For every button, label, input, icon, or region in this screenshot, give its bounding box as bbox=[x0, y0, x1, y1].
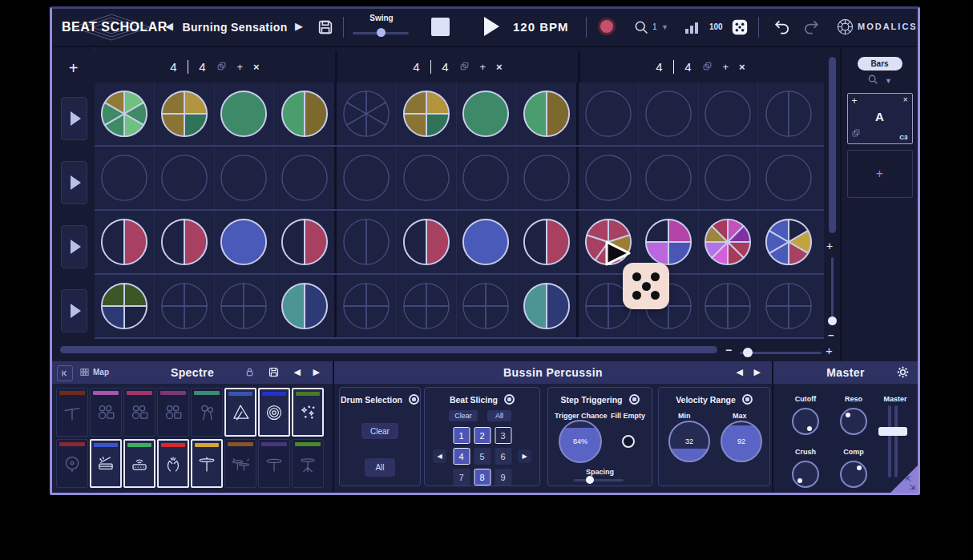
vzoom-in-button[interactable]: + bbox=[826, 240, 833, 252]
bars-magnifier-icon[interactable] bbox=[867, 74, 878, 88]
kit-name[interactable]: Spectre bbox=[171, 366, 214, 379]
beat-circle[interactable] bbox=[639, 83, 699, 145]
time-signature-denominator[interactable]: 4 bbox=[199, 60, 205, 74]
beat-circle[interactable] bbox=[337, 275, 397, 337]
randomizer-next-button[interactable]: ▶ bbox=[754, 367, 761, 377]
vertical-scrollbar[interactable] bbox=[829, 57, 836, 233]
beat-circle[interactable] bbox=[215, 147, 275, 209]
time-signature-denominator[interactable]: 4 bbox=[684, 60, 691, 74]
beat-circle[interactable] bbox=[274, 147, 334, 209]
beat-circle[interactable] bbox=[699, 147, 759, 209]
beat-circle[interactable] bbox=[639, 147, 699, 209]
drum-pad-drumkit[interactable] bbox=[90, 388, 122, 437]
beat-circle[interactable] bbox=[215, 83, 275, 145]
slice-count-4[interactable]: 4 bbox=[453, 448, 470, 465]
kit-next-button[interactable]: ▶ bbox=[313, 367, 320, 377]
cutoff-knob[interactable] bbox=[792, 408, 819, 435]
redo-icon[interactable] bbox=[802, 18, 822, 40]
slice-count-8[interactable]: 8 bbox=[474, 469, 491, 485]
bars-dropdown-icon[interactable]: ▼ bbox=[885, 77, 892, 85]
play-button[interactable] bbox=[484, 17, 499, 36]
vzoom-slider[interactable] bbox=[831, 257, 834, 321]
record-button[interactable] bbox=[598, 18, 616, 35]
drum-pad-maracas[interactable] bbox=[191, 388, 223, 437]
pattern-prev-button[interactable]: ◀ bbox=[165, 20, 173, 32]
settings-gear-icon[interactable] bbox=[896, 365, 910, 382]
add-measure-icon[interactable]: + bbox=[723, 62, 729, 72]
bar-copy-icon[interactable] bbox=[851, 127, 861, 141]
swing-slider-handle[interactable] bbox=[377, 28, 386, 37]
beat-slicing-all-button[interactable]: All bbox=[487, 410, 511, 421]
map-button[interactable]: Map bbox=[79, 367, 109, 377]
bar-delete-icon[interactable]: × bbox=[903, 95, 908, 104]
fill-empty-toggle[interactable] bbox=[622, 435, 635, 448]
step-triggering-toggle[interactable] bbox=[629, 394, 640, 405]
drum-pad-drumkit[interactable] bbox=[157, 388, 189, 437]
reso-knob[interactable] bbox=[840, 408, 867, 435]
beat-circle[interactable] bbox=[274, 211, 334, 273]
beat-circle[interactable] bbox=[457, 275, 517, 337]
slice-count-2[interactable]: 2 bbox=[474, 427, 491, 444]
hzoom-out-button[interactable]: − bbox=[725, 344, 732, 357]
randomizer-prev-button[interactable]: ◀ bbox=[737, 367, 743, 377]
slice-count-7[interactable]: 7 bbox=[453, 469, 470, 485]
drum-pad-pad[interactable] bbox=[123, 439, 155, 488]
add-measure-icon[interactable]: + bbox=[480, 62, 486, 72]
vzoom-out-button[interactable]: − bbox=[828, 329, 834, 341]
drum-pad-sparkles[interactable] bbox=[292, 388, 324, 437]
slice-page-next-button[interactable]: ▶ bbox=[518, 449, 531, 463]
beat-circle[interactable] bbox=[579, 147, 639, 209]
time-signature-denominator[interactable]: 4 bbox=[442, 60, 448, 74]
bars-tab[interactable]: Bars bbox=[858, 57, 902, 71]
lock-icon[interactable] bbox=[244, 366, 256, 381]
drum-pad-snare[interactable] bbox=[90, 439, 122, 488]
beat-circle[interactable] bbox=[95, 83, 155, 145]
beat-circle[interactable] bbox=[95, 147, 155, 209]
save-icon[interactable] bbox=[317, 18, 334, 39]
beat-circle[interactable] bbox=[457, 147, 517, 209]
beat-circle[interactable] bbox=[758, 211, 818, 273]
row-play-button[interactable] bbox=[61, 225, 87, 268]
velocity-range-toggle[interactable] bbox=[742, 394, 753, 405]
beat-circle[interactable] bbox=[397, 275, 457, 337]
pattern-next-button[interactable]: ▶ bbox=[295, 20, 303, 32]
copy-measure-icon[interactable] bbox=[459, 61, 470, 73]
beat-circle[interactable] bbox=[155, 83, 215, 145]
beat-circle[interactable] bbox=[758, 147, 818, 209]
trigger-chance-knob[interactable]: 84% bbox=[559, 420, 602, 463]
drum-selection-toggle[interactable] bbox=[409, 394, 419, 405]
beat-circle[interactable] bbox=[397, 147, 457, 209]
beat-circle[interactable] bbox=[758, 275, 818, 337]
beat-circle[interactable] bbox=[274, 83, 334, 145]
beat-circle[interactable] bbox=[516, 147, 576, 209]
drum-selection-clear-button[interactable]: Clear bbox=[361, 423, 398, 439]
beat-circle[interactable] bbox=[579, 83, 639, 145]
beat-circle[interactable] bbox=[516, 275, 576, 337]
vzoom-slider-handle[interactable] bbox=[828, 316, 837, 325]
beat-circle[interactable] bbox=[397, 211, 457, 273]
comp-knob[interactable] bbox=[840, 461, 867, 488]
beat-circle[interactable] bbox=[397, 83, 457, 145]
add-measure-icon[interactable]: + bbox=[237, 62, 244, 72]
crush-knob[interactable] bbox=[792, 461, 819, 488]
drum-pad-triangle[interactable] bbox=[224, 388, 256, 437]
spacing-slider[interactable] bbox=[574, 479, 624, 481]
row-play-button[interactable] bbox=[61, 161, 87, 204]
stop-button[interactable] bbox=[431, 18, 450, 36]
beat-slicing-clear-button[interactable]: Clear bbox=[449, 410, 478, 421]
undo-icon[interactable] bbox=[772, 18, 791, 40]
pattern-name[interactable]: Burning Sensation bbox=[179, 21, 291, 34]
drum-pad-target[interactable] bbox=[258, 388, 290, 437]
beat-circle[interactable] bbox=[337, 147, 397, 209]
velocity-min-knob[interactable]: 32 bbox=[668, 421, 710, 462]
zoom-magnifier-icon[interactable] bbox=[633, 19, 649, 38]
beat-circle[interactable] bbox=[457, 83, 517, 145]
slice-page-prev-button[interactable]: ◀ bbox=[433, 449, 446, 463]
drum-pad-gong[interactable] bbox=[56, 439, 88, 488]
drum-pad-ride[interactable] bbox=[258, 439, 290, 488]
kit-prev-button[interactable]: ◀ bbox=[294, 367, 301, 377]
slice-count-5[interactable]: 5 bbox=[474, 448, 491, 465]
copy-measure-icon[interactable] bbox=[216, 61, 227, 73]
velocity-max-knob[interactable]: 92 bbox=[721, 421, 762, 462]
drum-pad-hihat[interactable] bbox=[191, 439, 223, 488]
